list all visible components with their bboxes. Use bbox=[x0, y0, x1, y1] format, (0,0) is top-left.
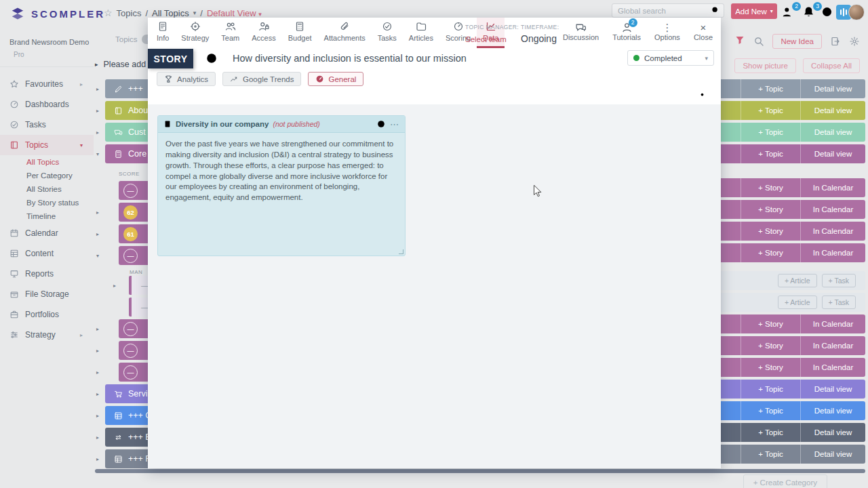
user-avatar[interactable] bbox=[848, 4, 865, 20]
row-expand-caret[interactable]: ▸ bbox=[113, 283, 116, 289]
row-expand-caret[interactable]: ▸ bbox=[96, 391, 99, 397]
row-view-button[interactable]: Detail view bbox=[800, 123, 865, 142]
row-expand-caret[interactable]: ▸ bbox=[96, 231, 99, 237]
sidebar-item[interactable]: Reports bbox=[0, 264, 94, 284]
modal-tab[interactable]: Budget bbox=[282, 18, 318, 48]
modal-action-button[interactable]: × Close bbox=[694, 22, 713, 41]
modal-action-button[interactable]: ⋮ Options bbox=[654, 22, 680, 41]
story-title[interactable]: How diversity and inclusion is essential… bbox=[233, 53, 467, 64]
pie-chart-icon[interactable] bbox=[376, 119, 386, 129]
add-item-button[interactable]: + Story bbox=[741, 336, 800, 355]
info-icon[interactable] bbox=[821, 5, 835, 20]
add-item-button[interactable]: + Topic bbox=[741, 101, 800, 120]
select-team-link[interactable]: Select team bbox=[465, 35, 519, 43]
add-new-button[interactable]: Add New▾ bbox=[731, 3, 777, 19]
row-view-button[interactable]: In Calendar bbox=[800, 178, 865, 197]
add-item-button[interactable]: + Topic bbox=[741, 445, 800, 464]
insight-card-body[interactable]: Over the past five years we have strengt… bbox=[158, 133, 405, 209]
invite-people-icon[interactable]: 2 bbox=[781, 5, 796, 20]
notifications-bell-icon[interactable]: 3 bbox=[802, 5, 817, 20]
sidebar-item[interactable]: Content bbox=[0, 243, 94, 264]
new-idea-button[interactable]: New Idea bbox=[772, 34, 822, 49]
add-item-button[interactable]: + Story bbox=[741, 358, 800, 377]
row-expand-caret[interactable]: ▸ bbox=[96, 326, 99, 332]
chevron-down-icon[interactable]: ▾ bbox=[193, 9, 197, 16]
add-item-button[interactable]: + Story bbox=[741, 222, 800, 241]
row-expand-caret[interactable]: ▸ bbox=[96, 434, 99, 441]
horizontal-scrollbar[interactable] bbox=[95, 469, 865, 473]
add-item-button[interactable]: + Story bbox=[741, 178, 800, 197]
row-view-button[interactable]: Detail view bbox=[800, 401, 865, 420]
sidebar-item[interactable]: Portfolios bbox=[0, 304, 94, 325]
sidebar-item[interactable]: File Storage bbox=[0, 284, 94, 304]
row-expand-caret[interactable]: ▸ bbox=[96, 348, 99, 354]
row-view-button[interactable]: Detail view bbox=[800, 144, 865, 163]
modal-tab[interactable]: Strategy bbox=[175, 18, 215, 48]
star-icon[interactable]: ☆ bbox=[104, 7, 113, 18]
row-view-button[interactable]: In Calendar bbox=[800, 200, 865, 219]
modal-tab[interactable]: Attachments bbox=[318, 18, 372, 48]
status-dropdown[interactable]: Completed ▾ bbox=[627, 50, 714, 66]
toolbar-pill-button[interactable]: Analytics bbox=[157, 72, 216, 86]
row-expand-caret[interactable]: ▸ bbox=[96, 369, 99, 375]
add-item-button[interactable]: + Topic bbox=[741, 123, 800, 142]
row-expand-caret[interactable]: ▸ bbox=[96, 129, 99, 136]
sidebar-subitem[interactable]: Timeline bbox=[0, 209, 94, 223]
sidebar-subitem[interactable]: All Stories bbox=[0, 182, 94, 196]
modal-action-button[interactable]: Discussion bbox=[563, 22, 599, 41]
sidebar-subitem[interactable]: By Story status bbox=[0, 196, 94, 209]
add-item-button[interactable]: + Topic bbox=[741, 401, 800, 420]
row-expand-caret[interactable]: ▾ bbox=[96, 253, 99, 259]
row-view-button[interactable]: In Calendar bbox=[800, 243, 865, 262]
breadcrumb-section[interactable]: Topics bbox=[117, 8, 142, 18]
sidebar-subitem[interactable]: All Topics bbox=[0, 155, 94, 169]
sidebar-subitem[interactable]: Per Category bbox=[0, 169, 94, 182]
row-view-button[interactable]: + Task bbox=[822, 274, 856, 287]
modal-tab[interactable]: Tasks bbox=[372, 18, 403, 48]
show-picture-button[interactable]: Show picture bbox=[734, 58, 795, 73]
insight-note-card[interactable]: Diversity in our company (not published)… bbox=[157, 115, 406, 256]
toolbar-pill-button[interactable]: General bbox=[308, 72, 363, 86]
add-item-button[interactable]: + Topic bbox=[741, 423, 800, 442]
add-item-button[interactable]: + Story bbox=[741, 243, 800, 262]
filter-funnel-icon[interactable] bbox=[734, 35, 745, 48]
add-item-button[interactable]: + Article bbox=[778, 296, 817, 309]
add-item-button[interactable]: + Story bbox=[741, 314, 800, 333]
collapse-all-button[interactable]: Collapse All bbox=[803, 58, 860, 73]
row-view-button[interactable]: In Calendar bbox=[800, 222, 865, 241]
sidebar-item[interactable]: Calendar bbox=[0, 223, 94, 243]
scompler-logo[interactable]: SCOMPLER bbox=[9, 5, 105, 22]
create-category-button[interactable]: + Create Category bbox=[743, 474, 827, 488]
breadcrumb-subview[interactable]: Default View ▾ bbox=[207, 8, 262, 18]
row-view-button[interactable]: In Calendar bbox=[800, 358, 865, 377]
emoji-smiley-icon[interactable] bbox=[205, 52, 218, 64]
add-item-button[interactable]: + Article bbox=[778, 274, 817, 287]
more-options-dots-icon[interactable]: ⋯ bbox=[390, 119, 399, 129]
workspace-switcher[interactable]: Brand Newsroom Demo Pro bbox=[0, 27, 94, 67]
add-item-button[interactable]: + Topic bbox=[741, 79, 800, 98]
sidebar-item[interactable]: Topics ▾ bbox=[0, 135, 94, 155]
sidebar-item[interactable]: Favourites ▸ bbox=[0, 74, 94, 94]
row-expand-caret[interactable]: ▸ bbox=[96, 413, 99, 419]
search-icon[interactable] bbox=[711, 5, 720, 15]
add-item-button[interactable]: + Topic bbox=[741, 144, 800, 163]
sidebar-item[interactable]: Tasks bbox=[0, 115, 94, 135]
row-view-button[interactable]: Detail view bbox=[800, 380, 865, 399]
modal-tab[interactable]: Access bbox=[245, 18, 281, 48]
modal-tab[interactable]: Articles bbox=[403, 18, 439, 48]
row-view-button[interactable]: Detail view bbox=[800, 423, 865, 442]
modal-tab[interactable]: Team bbox=[215, 18, 245, 48]
please-add-hint[interactable]: ▸ Please add bbox=[95, 60, 146, 69]
row-expand-caret[interactable]: ▸ bbox=[96, 456, 99, 462]
row-expand-caret[interactable]: ▸ bbox=[96, 108, 99, 114]
row-expand-caret[interactable]: ▸ bbox=[96, 86, 99, 92]
row-view-button[interactable]: Detail view bbox=[800, 79, 865, 98]
add-item-button[interactable]: + Story bbox=[741, 200, 800, 219]
global-search-input[interactable] bbox=[612, 3, 724, 18]
row-view-button[interactable]: In Calendar bbox=[800, 336, 865, 355]
row-view-button[interactable]: Detail view bbox=[800, 101, 865, 120]
row-view-button[interactable]: In Calendar bbox=[800, 314, 865, 333]
modal-action-button[interactable]: 2 Tutorials bbox=[612, 22, 641, 41]
board-settings-gear-icon[interactable] bbox=[849, 36, 860, 47]
panel-settings-gear-icon[interactable] bbox=[697, 89, 707, 100]
